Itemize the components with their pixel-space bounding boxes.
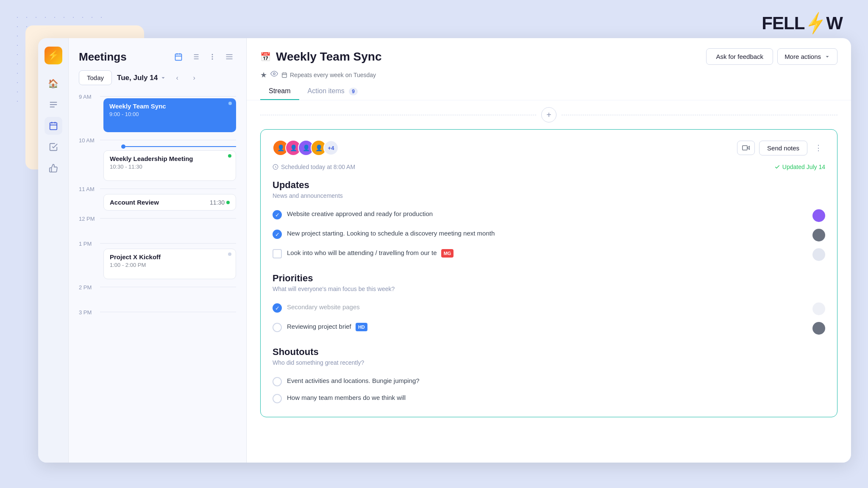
priorities-section-subtitle: What will everyone's main focus be this …	[273, 286, 825, 292]
svg-point-3	[212, 56, 213, 58]
meetings-panel: Meetings	[69, 38, 247, 463]
account-review-title: Account Review	[110, 199, 159, 206]
svg-rect-6	[282, 73, 287, 78]
ask-feedback-button[interactable]: Ask for feedback	[706, 48, 773, 65]
check-circle-2[interactable]: ✓	[273, 230, 282, 239]
meeting-detail-title-row: 📅 Weekly Team Sync	[260, 50, 382, 64]
more-actions-button[interactable]: More actions	[777, 48, 837, 65]
eye-icon[interactable]	[270, 70, 278, 80]
updated-text: Updated July 14	[774, 164, 825, 170]
agenda-text-1: Website creative approved and ready for …	[287, 209, 807, 219]
meeting-detail-header: 📅 Weekly Team Sync Ask for feedback More…	[247, 38, 851, 100]
meetings-title: Meetings	[79, 50, 127, 64]
agenda-text-6: Event activities and locations. Bungie j…	[287, 376, 825, 386]
agenda-item-4: ✓ Secondary website pages	[273, 299, 825, 319]
action-items-badge: 9	[349, 88, 358, 95]
avatars-row: 👤 👤 👤 👤 +4	[273, 140, 825, 156]
meeting-card-title: Weekly Team Sync	[109, 103, 230, 110]
agenda-item-2: ✓ New project starting. Looking to sched…	[273, 225, 825, 245]
check-circle-shoutout-2[interactable]	[273, 394, 282, 403]
app-container: ⚡ 🏠 Meetings	[38, 38, 851, 463]
agenda-item-1: ✓ Website creative approved and ready fo…	[273, 206, 825, 225]
date-label[interactable]: Tue, July 14	[117, 74, 166, 82]
meeting-card-project-x[interactable]: Project X Kickoff 1:00 - 2:00 PM	[103, 249, 236, 279]
time-row-12pm: 12 PM	[79, 214, 236, 222]
svg-point-4	[212, 58, 213, 60]
calendar-scroll[interactable]: 9 AM Weekly Team Sync 9:00 - 10:00 10 AM	[69, 92, 246, 463]
next-date-button[interactable]: ›	[188, 72, 200, 84]
agenda-text-2: New project starting. Looking to schedul…	[287, 229, 807, 238]
stream-card: 👤 👤 👤 👤 +4	[260, 129, 837, 417]
prev-date-button[interactable]: ‹	[171, 72, 183, 84]
check-circle-shoutout-1[interactable]	[273, 377, 282, 386]
agenda-text-5: Reviewing project brief HD	[287, 322, 807, 332]
time-label-12pm: 12 PM	[79, 214, 100, 222]
meeting-detail-top: 📅 Weekly Team Sync Ask for feedback More…	[260, 48, 837, 65]
app-logo: FELL⚡W	[762, 13, 843, 33]
today-button[interactable]: Today	[79, 70, 112, 85]
meeting-card-weekly-team-sync[interactable]: Weekly Team Sync 9:00 - 10:00	[103, 98, 236, 132]
meeting-dot-green	[228, 154, 231, 158]
video-button[interactable]	[737, 141, 755, 155]
sidebar-item-home[interactable]: 🏠	[45, 75, 62, 92]
svg-rect-1	[175, 54, 182, 60]
meeting-card-account-review[interactable]: Account Review 11:30	[103, 194, 236, 211]
meeting-detail-title: Weekly Team Sync	[276, 50, 382, 64]
calendar-view-icon[interactable]	[172, 50, 185, 64]
list-view-icon[interactable]	[189, 50, 202, 64]
agenda-avatar-4	[812, 302, 825, 315]
main-content: 📅 Weekly Team Sync Ask for feedback More…	[247, 38, 851, 463]
avatar-count: +4	[323, 140, 339, 155]
check-square-1[interactable]	[273, 249, 282, 258]
menu-icon[interactable]	[223, 50, 236, 64]
shoutouts-section-subtitle: Who did something great recently?	[273, 359, 825, 366]
avatars-group: 👤 👤 👤 👤 +4	[273, 140, 339, 156]
meeting-card-title-leadership: Weekly Leadership Meeting	[110, 155, 230, 162]
time-label-11am: 11 AM	[79, 184, 100, 192]
updates-section-title: Updates	[273, 180, 825, 191]
agenda-avatar-1	[812, 209, 825, 222]
agenda-avatar-5	[812, 322, 825, 335]
add-item-row: +	[260, 100, 837, 129]
send-notes-button[interactable]: Send notes	[759, 141, 807, 155]
time-row-3pm: 3 PM	[79, 308, 236, 316]
meetings-header-icons	[172, 50, 236, 64]
stream-card-actions: Send notes ⋮	[737, 141, 825, 155]
sidebar-item-feedback[interactable]	[45, 159, 62, 177]
check-circle-3[interactable]: ✓	[273, 303, 282, 313]
check-circle-unchecked[interactable]	[273, 323, 282, 332]
svg-rect-7	[743, 146, 747, 150]
svg-point-2	[212, 54, 213, 55]
sidebar-item-calendar[interactable]	[45, 117, 62, 135]
agenda-item-5: Reviewing project brief HD	[273, 319, 825, 338]
meeting-dot-gray	[228, 252, 231, 256]
time-row-10am: 10 AM	[79, 136, 236, 144]
sidebar-item-tasks[interactable]	[45, 138, 62, 156]
time-label-1pm: 1 PM	[79, 239, 100, 247]
meetings-header: Meetings	[69, 38, 246, 70]
agenda-item-7: How many team members do we think will	[273, 390, 825, 407]
hd-badge: HD	[356, 323, 367, 332]
add-item-button[interactable]: +	[541, 107, 556, 122]
stream-more-button[interactable]: ⋮	[812, 141, 825, 155]
sidebar-item-notes[interactable]	[45, 96, 62, 114]
shoutouts-section-title: Shoutouts	[273, 347, 825, 358]
star-icon[interactable]: ★	[260, 70, 267, 80]
date-nav: Today Tue, July 14 ‹ ›	[69, 70, 246, 92]
repeat-label: Repeats every week on Tuesday	[281, 72, 376, 78]
agenda-text-4: Secondary website pages	[287, 302, 807, 312]
more-options-icon[interactable]	[206, 50, 219, 64]
stream-content[interactable]: + 👤 👤 👤	[247, 100, 851, 463]
agenda-avatar-2	[812, 229, 825, 241]
meeting-card-leadership[interactable]: Weekly Leadership Meeting 10:30 - 11:30	[103, 150, 236, 181]
meeting-dot	[228, 102, 232, 105]
tab-action-items[interactable]: Action items 9	[299, 83, 366, 100]
agenda-text-3: Look into who will be attending / travel…	[287, 248, 807, 258]
time-label-3pm: 3 PM	[79, 308, 100, 316]
agenda-item-6: Event activities and locations. Bungie j…	[273, 373, 825, 390]
account-review-time: 11:30	[210, 199, 230, 206]
check-circle-1[interactable]: ✓	[273, 210, 282, 219]
sidebar-logo: ⚡	[45, 47, 62, 64]
time-label-10am: 10 AM	[79, 136, 100, 144]
tab-stream[interactable]: Stream	[260, 83, 299, 100]
